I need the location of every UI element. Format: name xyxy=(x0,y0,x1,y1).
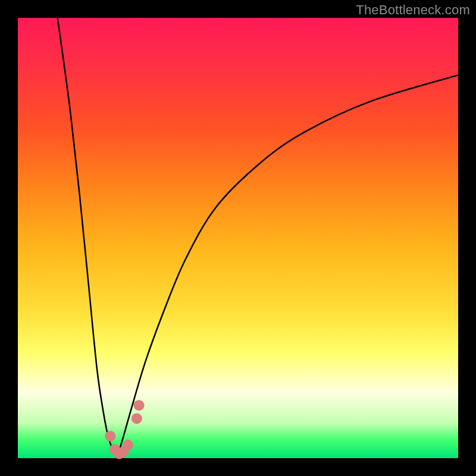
plot-area xyxy=(18,18,458,458)
marker-cluster-b xyxy=(131,413,142,424)
curve-left-branch xyxy=(58,18,117,458)
marker-cluster-a xyxy=(123,440,133,450)
watermark-text: TheBottleneck.com xyxy=(356,2,470,18)
chart-frame: TheBottleneck.com xyxy=(0,0,476,476)
marker-cluster-a xyxy=(105,431,115,441)
chart-svg xyxy=(18,18,458,458)
marker-cluster-b xyxy=(134,400,145,411)
marker-layer xyxy=(105,400,144,459)
series-layer xyxy=(58,18,458,458)
curve-right-branch xyxy=(117,75,459,458)
